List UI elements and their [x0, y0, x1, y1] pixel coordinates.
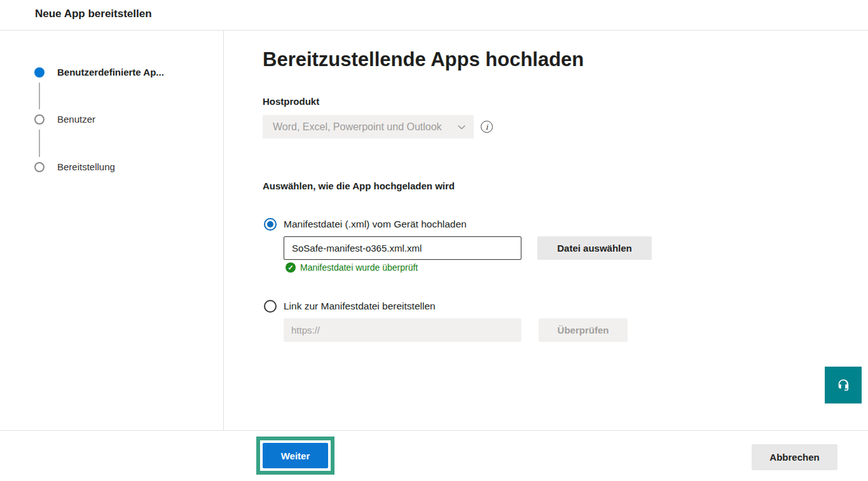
step-connector: [39, 130, 40, 157]
step-indicator-users[interactable]: [34, 114, 45, 125]
page-title: Neue App bereitstellen: [35, 8, 152, 20]
chevron-down-icon: [457, 123, 466, 132]
manifest-link-radio-label[interactable]: Link zur Manifestdatei bereitstellen: [284, 301, 436, 312]
info-icon[interactable]: i: [481, 121, 493, 133]
step-connector: [39, 83, 40, 109]
step-indicator-deployment[interactable]: [34, 162, 45, 172]
step-label-custom-apps[interactable]: Benutzerdefinierte Ap...: [57, 66, 164, 79]
click-highlight-annotation: Weiter: [256, 437, 334, 475]
host-product-dropdown[interactable]: Word, Excel, Powerpoint und Outlook: [263, 115, 474, 139]
manifest-url-input[interactable]: [284, 318, 521, 342]
deploy-app-wizard-page: Neue App bereitstellen Benutzerdefiniert…: [0, 0, 868, 481]
headset-icon: [836, 377, 851, 393]
validation-message: Manifestdatei wurde überprüft: [300, 262, 418, 273]
manifest-file-input[interactable]: [284, 236, 521, 260]
check-circle-icon: ✓: [286, 262, 296, 273]
manifest-file-radio[interactable]: [264, 218, 277, 231]
upload-method-heading: Auswählen, wie die App hochgeladen wird: [263, 180, 455, 191]
host-product-selected-value: Word, Excel, Powerpoint und Outlook: [273, 121, 452, 133]
content-title: Bereitzustellende Apps hochladen: [263, 48, 584, 71]
choose-file-button[interactable]: Datei auswählen: [537, 236, 652, 260]
step-label-deployment[interactable]: Bereitstellung: [57, 161, 115, 173]
manifest-validation-status: ✓ Manifestdatei wurde überprüft: [286, 262, 418, 273]
wizard-header: Neue App bereitstellen: [0, 0, 868, 30]
step-indicator-custom-apps[interactable]: [34, 67, 45, 78]
manifest-file-radio-label[interactable]: Manifestdatei (.xml) vom Gerät hochladen: [284, 219, 467, 230]
verify-link-button[interactable]: Überprüfen: [539, 318, 628, 342]
help-support-button[interactable]: [825, 367, 862, 403]
next-button[interactable]: Weiter: [263, 443, 328, 468]
wizard-footer: Weiter Abbrechen: [0, 430, 868, 481]
step-label-users[interactable]: Benutzer: [57, 113, 95, 126]
wizard-stepper: Benutzerdefinierte Ap... Benutzer Bereit…: [0, 30, 224, 430]
manifest-link-radio[interactable]: [264, 300, 277, 313]
cancel-button[interactable]: Abbrechen: [752, 444, 837, 470]
host-product-label: Hostprodukt: [263, 96, 319, 107]
